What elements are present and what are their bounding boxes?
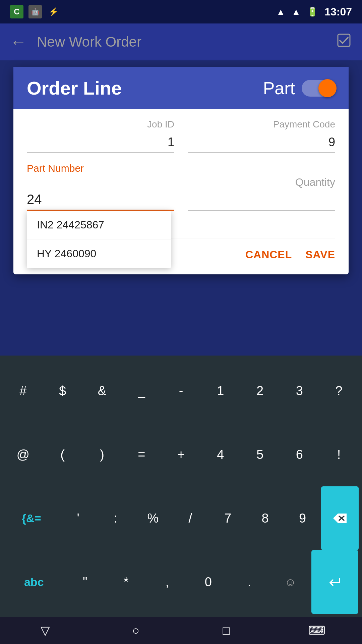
keyboard-row-2: @ ( ) = + 4 5 6 ! xyxy=(0,423,362,486)
toggle-thumb xyxy=(318,79,337,97)
app-icon-1: C xyxy=(10,5,23,18)
page-title: New Work Order xyxy=(37,34,326,50)
key-plus[interactable]: + xyxy=(161,423,201,486)
backspace-key[interactable] xyxy=(321,486,359,550)
save-check-button[interactable] xyxy=(336,32,352,52)
key-9[interactable]: 9 xyxy=(284,486,321,550)
keyboard-row-1: # $ & _ - 1 2 3 ? xyxy=(0,359,362,423)
key-3[interactable]: 3 xyxy=(280,359,319,423)
key-comma[interactable]: , xyxy=(147,550,187,614)
keyboard: # $ & _ - 1 2 3 ? @ ( ) = + 4 5 6 ! xyxy=(0,356,362,644)
keyboard-rows: # $ & _ - 1 2 3 ? @ ( ) = + 4 5 6 ! xyxy=(0,356,362,617)
job-id-field: Job ID xyxy=(27,119,174,153)
key-dot[interactable]: . xyxy=(229,550,269,614)
autocomplete-item-1[interactable]: HY 2460090 xyxy=(27,239,171,268)
key-dollar[interactable]: $ xyxy=(43,359,82,423)
quantity-field: Quantity xyxy=(188,176,335,211)
job-payment-row: Job ID Payment Code xyxy=(27,119,335,153)
enter-key[interactable] xyxy=(311,550,358,614)
key-star[interactable]: * xyxy=(106,550,146,614)
keyboard-row-3: {&= ' : % / 7 8 9 xyxy=(0,486,362,550)
main-content: Order Line Part Job ID Payment Code xyxy=(0,60,362,644)
key-exclaim[interactable]: ! xyxy=(319,423,359,486)
quantity-label: Quantity xyxy=(295,176,335,189)
back-button[interactable]: ← xyxy=(10,32,27,52)
key-slash[interactable]: / xyxy=(172,486,209,550)
payment-code-label: Payment Code xyxy=(273,119,335,130)
key-switch-abc[interactable]: abc xyxy=(4,550,64,614)
app-icon-3: ⚡ xyxy=(47,5,60,18)
part-toggle[interactable] xyxy=(302,80,335,97)
key-underscore[interactable]: _ xyxy=(122,359,161,423)
status-bar-apps: C 🤖 ⚡ xyxy=(10,5,60,18)
key-percent[interactable]: % xyxy=(134,486,172,550)
key-lparen[interactable]: ( xyxy=(43,423,82,486)
key-minus[interactable]: - xyxy=(161,359,201,423)
key-rparen[interactable]: ) xyxy=(82,423,122,486)
dialog-header: Order Line Part xyxy=(13,67,349,109)
part-number-input-wrap: IN2 24425867 HY 2460090 xyxy=(27,189,174,211)
key-colon[interactable]: : xyxy=(97,486,134,550)
nav-back-button[interactable]: ▽ xyxy=(32,617,59,644)
key-quote[interactable]: ' xyxy=(59,486,97,550)
key-question[interactable]: ? xyxy=(319,359,359,423)
part-number-section: Part Number IN2 24425867 HY 2460090 Quan… xyxy=(27,163,335,211)
quantity-input[interactable] xyxy=(188,191,335,211)
key-6[interactable]: 6 xyxy=(280,423,319,486)
part-number-row: IN2 24425867 HY 2460090 Quantity xyxy=(27,176,335,211)
key-8[interactable]: 8 xyxy=(246,486,284,550)
key-ampersand[interactable]: & xyxy=(82,359,122,423)
job-id-label: Job ID xyxy=(147,119,174,130)
nav-bar: ← New Work Order xyxy=(0,23,362,60)
key-4[interactable]: 4 xyxy=(201,423,240,486)
payment-code-input[interactable] xyxy=(188,132,335,153)
battery-icon: 🔋 xyxy=(307,7,318,17)
key-hash[interactable]: # xyxy=(3,359,43,423)
order-line-dialog: Order Line Part Job ID Payment Code xyxy=(13,67,349,274)
part-number-label: Part Number xyxy=(27,163,335,174)
job-id-input[interactable] xyxy=(27,132,174,153)
key-2[interactable]: 2 xyxy=(240,359,280,423)
status-bar-right: ▲ ▲ 🔋 13:07 xyxy=(277,6,352,18)
payment-code-field: Payment Code xyxy=(188,119,335,153)
emoji-key[interactable]: ☺ xyxy=(270,550,310,614)
nav-keyboard-button[interactable]: ⌨ xyxy=(303,617,330,644)
nav-recent-button[interactable]: □ xyxy=(213,617,240,644)
dialog-actions-right: CANCEL SAVE xyxy=(245,249,335,261)
key-switch-symbols[interactable]: {&= xyxy=(3,486,59,550)
dialog-title: Order Line xyxy=(27,77,122,99)
save-button[interactable]: SAVE xyxy=(305,249,335,261)
key-5[interactable]: 5 xyxy=(240,423,280,486)
app-icon-2: 🤖 xyxy=(28,5,42,18)
autocomplete-dropdown: IN2 24425867 HY 2460090 xyxy=(27,211,171,268)
key-7[interactable]: 7 xyxy=(209,486,247,550)
key-1[interactable]: 1 xyxy=(201,359,240,423)
signal-icon: ▲ xyxy=(292,7,300,17)
dialog-header-right: Part xyxy=(263,78,335,98)
key-equals[interactable]: = xyxy=(122,423,161,486)
status-time: 13:07 xyxy=(324,6,352,18)
cancel-button[interactable]: CANCEL xyxy=(245,249,292,261)
dialog-body: Job ID Payment Code Part Number IN2 24 xyxy=(13,109,349,274)
key-at[interactable]: @ xyxy=(3,423,43,486)
part-number-input[interactable] xyxy=(27,189,174,211)
key-0[interactable]: 0 xyxy=(188,550,228,614)
wifi-icon: ▲ xyxy=(277,7,285,17)
keyboard-row-4: abc " * , 0 . ☺ xyxy=(0,550,362,614)
autocomplete-item-0[interactable]: IN2 24425867 xyxy=(27,211,171,239)
nav-buttons: ▽ ○ □ ⌨ xyxy=(0,617,362,644)
status-bar: C 🤖 ⚡ ▲ ▲ 🔋 13:07 xyxy=(0,0,362,23)
part-label: Part xyxy=(263,78,295,98)
key-dquote[interactable]: " xyxy=(65,550,105,614)
nav-home-button[interactable]: ○ xyxy=(122,617,149,644)
